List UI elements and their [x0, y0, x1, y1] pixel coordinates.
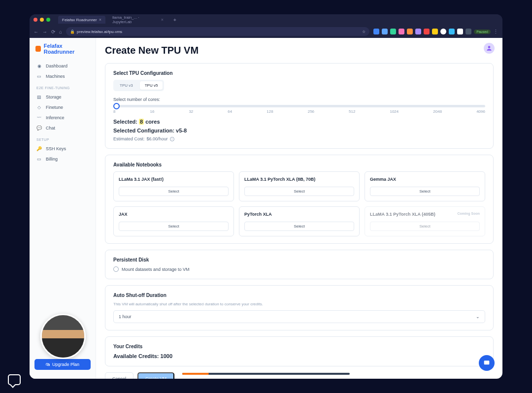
- section-label: Persistent Disk: [113, 257, 485, 262]
- chat-bubble-icon: [483, 359, 491, 367]
- sidebar-item-label: Finetune: [46, 105, 63, 110]
- radio-icon[interactable]: [113, 266, 119, 272]
- ext-icon[interactable]: [457, 29, 463, 34]
- shutoff-select[interactable]: 1 hour ⌄: [113, 310, 485, 323]
- cost-line: Estimated Cost: $6.00/hour i: [113, 136, 485, 141]
- notebook-card-disabled: LLaMA 3.1 PyTorch XLA (405B) Coming Soon…: [365, 206, 485, 236]
- ext-icon[interactable]: [424, 29, 430, 34]
- star-icon[interactable]: ☆: [362, 30, 366, 34]
- cost-value: $6.00/hour: [147, 136, 168, 141]
- ext-icon[interactable]: [407, 29, 413, 34]
- sidebar-item-label: Storage: [46, 95, 62, 99]
- notebook-title: PyTorch XLA: [244, 212, 354, 217]
- tick: 256: [308, 109, 314, 114]
- ext-icon[interactable]: [382, 29, 388, 34]
- ext-icon[interactable]: [415, 29, 421, 34]
- user-avatar[interactable]: [484, 43, 495, 54]
- tick: 64: [228, 109, 232, 114]
- cancel-button[interactable]: Cancel: [105, 372, 133, 379]
- ext-icon[interactable]: [373, 29, 379, 34]
- available-credits: Available Credits: 1000: [113, 353, 485, 359]
- sidebar-heading: Setup: [30, 133, 96, 143]
- back-button[interactable]: ←: [33, 29, 38, 34]
- tick: 4096: [476, 109, 485, 114]
- create-vm-button[interactable]: Create VM: [137, 372, 174, 379]
- ext-icon[interactable]: [466, 29, 471, 34]
- tpu-version-tabs: TPU v3 TPU v5: [113, 80, 164, 91]
- maximize-window-icon[interactable]: [46, 18, 50, 22]
- intercom-button[interactable]: [479, 355, 495, 371]
- select-notebook-button[interactable]: Select: [244, 222, 354, 231]
- select-notebook-button[interactable]: Select: [119, 222, 229, 231]
- sidebar-item-label: Billing: [46, 157, 58, 162]
- video-progress[interactable]: [182, 373, 350, 375]
- close-tab-icon[interactable]: ×: [99, 17, 101, 22]
- paused-badge[interactable]: Paused: [474, 30, 491, 34]
- selected-config-line: Selected Configuration: v5-8: [113, 128, 485, 133]
- upgrade-plan-button[interactable]: 🛍 Upgrade Plan: [34, 359, 91, 370]
- cores-label: Select number of cores:: [113, 97, 485, 102]
- cores-slider[interactable]: [113, 105, 485, 107]
- svg-point-0: [488, 46, 491, 48]
- close-tab-icon[interactable]: ×: [161, 17, 164, 22]
- dashboard-icon: ◉: [36, 63, 42, 68]
- sidebar-item-machines[interactable]: ▭ Machines: [30, 71, 96, 81]
- slider-ticks: 8 16 32 64 128 256 512 1024 2048 4096: [113, 109, 485, 114]
- menu-icon[interactable]: ⋮: [493, 29, 499, 35]
- browser-tab-2[interactable]: llama_train_... · JupyterLab ×: [108, 14, 167, 26]
- tab-tpu-v5[interactable]: TPU v5: [140, 81, 163, 90]
- notebook-card: PyTorch XLA Select: [239, 206, 360, 236]
- ext-icon[interactable]: [440, 29, 446, 34]
- key-icon: 🔑: [36, 146, 42, 151]
- extensions: Paused ⋮: [373, 29, 499, 35]
- select-notebook-button[interactable]: Select: [244, 187, 354, 196]
- window-controls[interactable]: [33, 18, 50, 22]
- comment-icon[interactable]: [8, 374, 21, 385]
- video-frame: Felafax Roadrunner × llama_train_... · J…: [30, 14, 502, 379]
- section-label: Auto Shut-off Duration: [113, 293, 485, 298]
- close-window-icon[interactable]: [33, 18, 37, 22]
- tick: 128: [266, 109, 273, 114]
- url-input[interactable]: 🔒 preview.felafax.ai/tpu-vms ☆: [66, 27, 369, 36]
- select-notebook-button[interactable]: Select: [370, 187, 480, 196]
- mount-disk-option[interactable]: Mount datasets and storage to VM: [113, 266, 485, 272]
- sidebar-item-inference[interactable]: 〰 Inference: [30, 112, 96, 123]
- sidebar-item-chat[interactable]: 💬 Chat: [30, 123, 96, 133]
- ext-icon[interactable]: [449, 29, 455, 34]
- notebook-title: LLaMA 3.1 PyTorch XLA (8B, 70B): [244, 177, 354, 182]
- auto-shutoff-card: Auto Shut-off Duration This VM will auto…: [105, 285, 494, 330]
- tab-tpu-v3[interactable]: TPU v3: [115, 81, 138, 90]
- browser-tab-1[interactable]: Felafax Roadrunner ×: [58, 16, 105, 24]
- new-tab-button[interactable]: +: [170, 17, 179, 23]
- slider-thumb[interactable]: [113, 103, 120, 109]
- select-value: 1 hour: [119, 314, 132, 319]
- lock-icon: 🔒: [70, 30, 75, 34]
- tab-title: Felafax Roadrunner: [62, 18, 97, 22]
- minimize-window-icon[interactable]: [40, 18, 44, 22]
- forward-button[interactable]: →: [42, 29, 47, 34]
- sidebar-item-sshkeys[interactable]: 🔑 SSH Keys: [30, 143, 96, 154]
- sidebar-item-storage[interactable]: ▤ Storage: [30, 92, 96, 102]
- info-icon[interactable]: i: [170, 137, 174, 141]
- section-label: Select TPU Configuration: [113, 70, 485, 76]
- sidebar-item-dashboard[interactable]: ◉ Dashboard: [30, 61, 96, 71]
- page-title: Create New TPU VM: [105, 45, 494, 56]
- presenter-webcam: [40, 314, 86, 359]
- tick: 8: [113, 109, 115, 114]
- ext-icon[interactable]: [399, 29, 404, 34]
- select-notebook-button[interactable]: Select: [119, 187, 229, 196]
- main-content: Create New TPU VM Select TPU Configurati…: [96, 38, 502, 379]
- brand[interactable]: Felafax Roadrunner: [30, 43, 96, 61]
- notebook-card: Gemma JAX Select: [365, 171, 485, 201]
- help-text: This VM will automatically shut off afte…: [113, 302, 485, 306]
- home-button[interactable]: ⌂: [59, 29, 62, 34]
- section-label: Your Credits: [113, 344, 485, 349]
- sidebar-item-label: SSH Keys: [46, 146, 66, 151]
- reload-button[interactable]: ⟳: [51, 29, 55, 34]
- sidebar-item-label: Inference: [46, 115, 65, 120]
- tick: 16: [150, 109, 154, 114]
- sidebar-item-finetune[interactable]: ◇ Finetune: [30, 102, 96, 112]
- ext-icon[interactable]: [390, 29, 396, 34]
- ext-icon[interactable]: [432, 29, 438, 34]
- sidebar-item-billing[interactable]: ▭ Billing: [30, 154, 96, 164]
